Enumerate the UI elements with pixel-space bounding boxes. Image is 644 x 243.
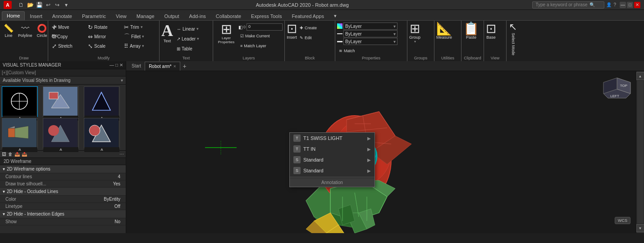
viewport[interactable]: LEFT TOP WCS ▲ ▼ T T1 SWISS LIGHT ▶ xyxy=(126,71,644,233)
group-button[interactable]: ⊞ Group ▾ xyxy=(409,22,420,44)
vs-2d-wireframe[interactable]: A xyxy=(2,86,38,117)
draw-polyline-button[interactable]: 〰 Polyline xyxy=(16,23,34,39)
search-bar[interactable]: Type a keyword or phrase 🔍 xyxy=(532,1,604,9)
draw-circle-button[interactable]: ⭕ Circle xyxy=(35,22,49,39)
modify-scale-button[interactable]: ⤡Scale xyxy=(86,41,121,50)
color-bylayer-dropdown[interactable]: ByLayer ▾ xyxy=(343,22,397,30)
tab-featuredapps[interactable]: Featured Apps xyxy=(287,11,329,20)
minimize-button[interactable]: — xyxy=(620,2,626,8)
modify-move-button[interactable]: ✛Move xyxy=(50,22,85,32)
qa-redo[interactable]: ↪ xyxy=(53,1,61,9)
edit-block-button[interactable]: ✎ Edit xyxy=(298,33,333,42)
vs-hidden[interactable]: A xyxy=(84,86,120,117)
polyline-label: Polyline xyxy=(18,33,32,38)
close-button[interactable]: ✕ xyxy=(634,2,640,8)
prop-section-hide-occluded[interactable]: ▾ 2D Hide - Occluded Lines xyxy=(0,188,126,196)
tab-manage[interactable]: Manage xyxy=(132,11,160,20)
modify-rotate-button[interactable]: ↻Rotate xyxy=(86,22,121,32)
vs-delete-icon[interactable]: 🗑 xyxy=(8,152,13,157)
modify-trim-button[interactable]: ✂Trim▾ xyxy=(122,22,157,32)
table-button[interactable]: ⊞ Table xyxy=(175,44,210,53)
dimension-button[interactable]: ↔ Linear ▾ xyxy=(175,24,210,33)
maximize-button[interactable]: □ xyxy=(627,2,633,8)
layer-properties-button[interactable]: ⊞ Layer Properties xyxy=(215,22,238,50)
groups-group-label: Groups xyxy=(407,56,434,60)
user-icon: 👤 xyxy=(606,2,612,7)
dropdown-item-tt-in[interactable]: T TT IN ▶ xyxy=(290,144,375,154)
robot-arm-tab[interactable]: Robot arm* × xyxy=(145,62,180,71)
tab-expand[interactable]: ▾ xyxy=(329,11,342,20)
panel-restore-btn[interactable]: □ xyxy=(115,63,118,68)
dropdown-item-standard-1[interactable]: S Standard ▶ xyxy=(290,154,375,165)
linetype-icon xyxy=(337,33,343,34)
leader-button[interactable]: ↗ Leader ▾ xyxy=(175,34,210,43)
panel-close-btn[interactable]: ✕ xyxy=(119,63,123,68)
select-mode-button[interactable]: ↖ Select Mode xyxy=(509,22,517,55)
modify-fillet-button[interactable]: ⌒Fillet▾ xyxy=(122,32,157,41)
line-icon: 📏 xyxy=(4,23,14,33)
text-button[interactable]: A Text xyxy=(161,22,173,43)
ribbon-group-utilities: 📐 Measure Utilities xyxy=(434,21,461,61)
qa-undo[interactable]: ↩ xyxy=(44,1,52,9)
start-tab[interactable]: Start xyxy=(128,63,145,69)
draw-line-button[interactable]: 📏 Line xyxy=(2,22,15,39)
add-tab-button[interactable]: + xyxy=(180,63,189,70)
modify-array-button[interactable]: ⠿Array▾ xyxy=(122,41,157,50)
tt-in-icon: T xyxy=(293,145,301,153)
trim-icon: ✂ xyxy=(124,24,129,31)
styles-dropdown-arrow[interactable]: ▾ xyxy=(121,78,123,83)
paste-button[interactable]: 📋 Paste xyxy=(463,22,479,40)
tab-annotate[interactable]: Annotate xyxy=(47,11,77,20)
tab-collaborate[interactable]: Collaborate xyxy=(211,11,246,20)
tab-view[interactable]: View xyxy=(111,11,132,20)
panel-minimize-btn[interactable]: — xyxy=(110,63,114,68)
tab-expresstools[interactable]: Express Tools xyxy=(246,11,287,20)
qa-save[interactable]: 💾 xyxy=(35,1,43,9)
color-bylayer-label: ByLayer xyxy=(345,24,362,29)
lineweight-bylayer-dropdown[interactable]: ByLayer ▾ xyxy=(343,38,397,45)
scroll-down-btn[interactable]: ▼ xyxy=(636,224,644,232)
vs-export-icon[interactable]: 📤 xyxy=(14,152,20,157)
color-icon xyxy=(337,23,343,29)
svg-marker-10 xyxy=(8,126,15,128)
tab-bar: Start Robot arm* × + xyxy=(126,61,644,71)
window-title: Autodesk AutoCAD 2020 - Robot arm.dwg xyxy=(72,2,532,8)
layer-dropdown[interactable]: 0 xyxy=(247,23,283,31)
vs-conceptual[interactable]: A xyxy=(43,86,79,117)
view-cube[interactable]: LEFT TOP xyxy=(599,76,635,103)
make-current-button[interactable]: ☑ Make Current xyxy=(238,32,283,40)
tab-home[interactable]: Home xyxy=(2,11,25,20)
scroll-track[interactable] xyxy=(637,81,644,223)
vs-shaded-edges[interactable]: A xyxy=(84,118,120,148)
qa-open[interactable]: 📂 xyxy=(26,1,34,9)
search-placeholder: Type a keyword or phrase xyxy=(535,2,587,7)
robot-arm-tab-close[interactable]: × xyxy=(174,64,176,69)
match-layer-button[interactable]: ≡ Match Layer xyxy=(238,41,283,50)
vs-shaded[interactable]: A xyxy=(43,118,79,148)
linetype-bylayer-dropdown[interactable]: ByLayer ▾ xyxy=(343,30,397,37)
modify-mirror-button[interactable]: ⇔Mirror xyxy=(86,32,121,41)
base-button[interactable]: ⊡ Base xyxy=(486,22,496,40)
prop-section-hide-intersection[interactable]: ▾ 2D Hide - Intersection Edges xyxy=(0,210,126,218)
insert-button[interactable]: ⊡ Insert xyxy=(287,22,297,42)
standard-2-label: Standard xyxy=(303,168,324,173)
measure-button[interactable]: 📐 Measure xyxy=(436,22,452,40)
qa-more[interactable]: ▾ xyxy=(62,1,70,9)
tab-insert[interactable]: Insert xyxy=(25,11,47,20)
qa-new[interactable]: 🗋 xyxy=(17,1,25,9)
match-properties-button[interactable]: ≋ Match xyxy=(337,46,364,55)
tab-output[interactable]: Output xyxy=(160,11,184,20)
vs-new-icon[interactable]: 🖼 xyxy=(2,152,6,157)
dropdown-item-swiss-light[interactable]: T T1 SWISS LIGHT ▶ xyxy=(290,133,375,144)
vs-import-icon[interactable]: 📥 xyxy=(22,152,27,157)
dropdown-item-standard-2[interactable]: S Standard ▶ xyxy=(290,165,375,176)
tab-addins[interactable]: Add-ins xyxy=(184,11,211,20)
modify-copy-button[interactable]: ⧉Copy xyxy=(50,32,85,41)
vs-realistic[interactable]: A xyxy=(2,118,38,148)
prop-section-2d-options[interactable]: ▾ 2D Wireframe options xyxy=(0,165,126,173)
create-button[interactable]: ✚ Create xyxy=(298,23,333,32)
vs-expand-icon[interactable]: ⋯ xyxy=(119,152,124,157)
tab-parametric[interactable]: Parametric xyxy=(77,11,111,20)
scroll-up-btn[interactable]: ▲ xyxy=(636,72,644,80)
modify-stretch-button[interactable]: ⤢Stretch xyxy=(50,41,85,50)
